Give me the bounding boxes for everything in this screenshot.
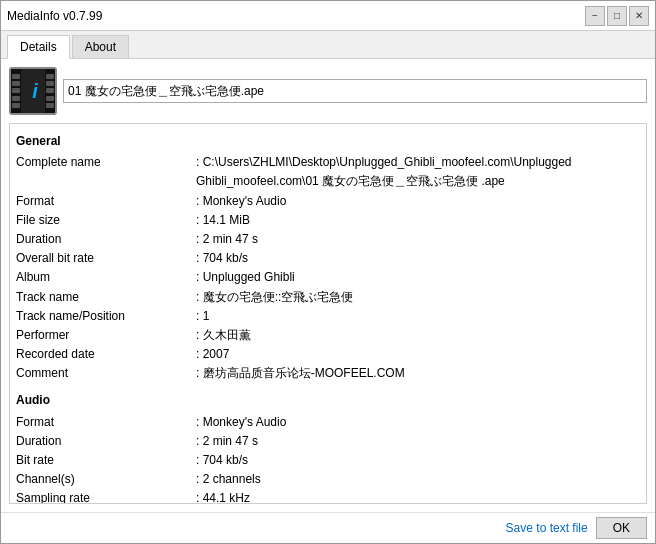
label-filesize: File size xyxy=(16,211,196,230)
value-recorded-date: 2007 xyxy=(196,345,229,364)
label-recorded-date: Recorded date xyxy=(16,345,196,364)
info-row-channels: Channel(s) 2 channels xyxy=(16,470,640,489)
label-bitrate-audio: Bit rate xyxy=(16,451,196,470)
value-filesize: 14.1 MiB xyxy=(196,211,250,230)
general-section-header: General xyxy=(16,132,640,151)
info-row-sampling: Sampling rate 44.1 kHz xyxy=(16,489,640,504)
filepath-input[interactable] xyxy=(63,79,647,103)
window-title: MediaInfo v0.7.99 xyxy=(7,9,102,23)
label-trackposition: Track name/Position xyxy=(16,307,196,326)
value-format-audio: Monkey's Audio xyxy=(196,413,286,432)
minimize-button[interactable]: − xyxy=(585,6,605,26)
info-row-album: Album Unplugged Ghibli xyxy=(16,268,640,287)
label-trackname: Track name xyxy=(16,288,196,307)
tab-details[interactable]: Details xyxy=(7,35,70,59)
film-strip-left xyxy=(11,69,21,113)
label-sampling: Sampling rate xyxy=(16,489,196,504)
info-row-trackposition: Track name/Position 1 xyxy=(16,307,640,326)
main-window: MediaInfo v0.7.99 − □ ✕ Details About i xyxy=(0,0,656,544)
info-row-comment: Comment 磨坊高品质音乐论坛-MOOFEEL.COM xyxy=(16,364,640,383)
label-album: Album xyxy=(16,268,196,287)
value-album: Unplugged Ghibli xyxy=(196,268,295,287)
info-row-performer: Performer 久木田薫 xyxy=(16,326,640,345)
value-sampling: 44.1 kHz xyxy=(196,489,250,504)
value-channels: 2 channels xyxy=(196,470,261,489)
label-format-general: Format xyxy=(16,192,196,211)
media-icon: i xyxy=(9,67,57,115)
info-row-duration-general: Duration 2 min 47 s xyxy=(16,230,640,249)
maximize-button[interactable]: □ xyxy=(607,6,627,26)
value-complete-name: C:\Users\ZHLMI\Desktop\Unplugged_Ghibli_… xyxy=(196,153,640,191)
info-row-duration-audio: Duration 2 min 47 s xyxy=(16,432,640,451)
info-area: General Complete name C:\Users\ZHLMI\Des… xyxy=(9,123,647,504)
window-controls: − □ ✕ xyxy=(585,6,649,26)
info-row-trackname: Track name 魔女の宅急便::空飛ぶ宅急便 xyxy=(16,288,640,307)
ok-button[interactable]: OK xyxy=(596,517,647,539)
film-strip-right xyxy=(45,69,55,113)
close-button[interactable]: ✕ xyxy=(629,6,649,26)
value-format-general: Monkey's Audio xyxy=(196,192,286,211)
info-row-complete-name: Complete name C:\Users\ZHLMI\Desktop\Unp… xyxy=(16,153,640,191)
file-path-row: i xyxy=(9,67,647,115)
info-row-bitrate-audio: Bit rate 704 kb/s xyxy=(16,451,640,470)
tab-about[interactable]: About xyxy=(72,35,129,58)
value-bitrate-audio: 704 kb/s xyxy=(196,451,248,470)
audio-section-header: Audio xyxy=(16,391,640,410)
value-trackname: 魔女の宅急便::空飛ぶ宅急便 xyxy=(196,288,353,307)
bottom-bar: Save to text file OK xyxy=(1,512,655,543)
value-comment: 磨坊高品质音乐论坛-MOOFEEL.COM xyxy=(196,364,405,383)
label-duration-audio: Duration xyxy=(16,432,196,451)
label-format-audio: Format xyxy=(16,413,196,432)
info-icon: i xyxy=(32,80,38,103)
label-complete-name: Complete name xyxy=(16,153,196,191)
info-row-recorded-date: Recorded date 2007 xyxy=(16,345,640,364)
label-duration-general: Duration xyxy=(16,230,196,249)
titlebar: MediaInfo v0.7.99 − □ ✕ xyxy=(1,1,655,31)
label-bitrate-overall: Overall bit rate xyxy=(16,249,196,268)
info-row-format: Format Monkey's Audio xyxy=(16,192,640,211)
save-to-text-link[interactable]: Save to text file xyxy=(506,521,588,535)
content-area: i General Complete name C:\Users\ZHLMI\D… xyxy=(1,59,655,512)
value-duration-general: 2 min 47 s xyxy=(196,230,258,249)
label-channels: Channel(s) xyxy=(16,470,196,489)
value-performer: 久木田薫 xyxy=(196,326,251,345)
value-duration-audio: 2 min 47 s xyxy=(196,432,258,451)
info-row-filesize: File size 14.1 MiB xyxy=(16,211,640,230)
info-row-bitrate-overall: Overall bit rate 704 kb/s xyxy=(16,249,640,268)
value-trackposition: 1 xyxy=(196,307,209,326)
info-row-format-audio: Format Monkey's Audio xyxy=(16,413,640,432)
tab-bar: Details About xyxy=(1,31,655,59)
label-performer: Performer xyxy=(16,326,196,345)
label-comment: Comment xyxy=(16,364,196,383)
value-bitrate-overall: 704 kb/s xyxy=(196,249,248,268)
